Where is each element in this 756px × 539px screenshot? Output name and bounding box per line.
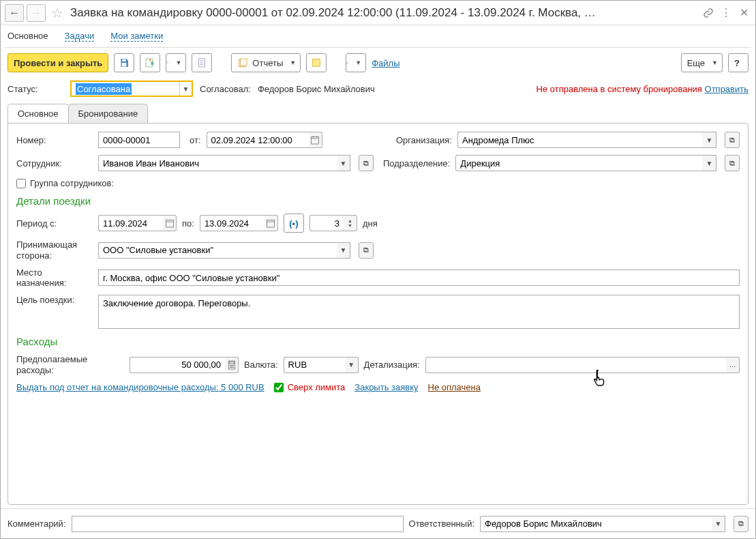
org-open-button[interactable]: ⧉ (725, 132, 740, 148)
dept-open-button[interactable]: ⧉ (725, 155, 740, 171)
destination-field[interactable] (103, 273, 735, 283)
window-title: Заявка на командировку 0000-00001 от 02.… (69, 6, 698, 20)
purpose-label: Цель поездки: (16, 295, 93, 305)
details-field[interactable] (430, 360, 722, 370)
est-amount-field[interactable] (134, 360, 221, 370)
approved-by-label: Согласовал: (200, 84, 251, 94)
period-to-label: по: (182, 218, 194, 229)
not-paid-link[interactable]: Не оплачена (428, 382, 481, 392)
close-icon[interactable]: ✕ (736, 5, 751, 20)
details-more-button[interactable]: … (726, 357, 740, 373)
chevron-down-icon: ▼ (287, 59, 299, 66)
attach-button[interactable]: ▼ (346, 53, 366, 72)
expenses-section-title: Расходы (16, 336, 740, 347)
more-button[interactable]: Еще ▼ (681, 53, 723, 72)
group-label: Группа сотрудников: (30, 178, 114, 188)
more-label: Еще (687, 58, 705, 68)
host-field[interactable] (103, 245, 333, 255)
svg-point-22 (230, 365, 230, 366)
days-label: дня (363, 218, 378, 229)
days-spinner[interactable]: ▲▼ (344, 215, 357, 231)
calendar-icon[interactable] (163, 215, 177, 231)
responsible-open-button[interactable]: ⧉ (734, 516, 749, 532)
responsible-field[interactable] (485, 519, 708, 529)
currency-label: Валюта: (244, 360, 278, 370)
nav-forward-button: → (27, 4, 46, 22)
calendar-icon[interactable] (309, 132, 322, 148)
reports-button[interactable]: Отчеты ▼ (231, 53, 301, 72)
svg-rect-16 (166, 220, 173, 227)
status-dropdown-button[interactable]: ▼ (179, 82, 192, 96)
org-dropdown-button[interactable]: ▼ (703, 132, 716, 148)
svg-rect-18 (267, 220, 275, 227)
svg-rect-10 (241, 59, 247, 66)
currency-dropdown-button[interactable]: ▼ (345, 357, 359, 373)
svg-rect-0 (123, 59, 126, 61)
save-button[interactable] (114, 53, 134, 72)
status-label: Статус: (7, 84, 63, 94)
number-label: Номер: (16, 135, 93, 145)
chevron-down-icon: ▼ (709, 59, 721, 66)
responsible-label: Ответственный: (409, 519, 474, 529)
close-request-link[interactable]: Закрыть заявку (354, 382, 418, 392)
purpose-field[interactable] (103, 298, 735, 325)
number-field[interactable] (103, 135, 175, 145)
sync-period-button[interactable]: (•) (284, 214, 304, 233)
svg-point-25 (230, 366, 230, 367)
advance-link[interactable]: Выдать под отчет на командировочные расх… (16, 382, 264, 392)
date-field[interactable] (211, 135, 305, 145)
period-from-field[interactable] (103, 218, 159, 229)
responsible-dropdown-button[interactable]: ▼ (712, 516, 725, 532)
nav-back-button[interactable]: ← (5, 4, 24, 22)
chevron-down-icon: ▼ (172, 59, 184, 66)
nav-link-notes[interactable]: Мои заметки (110, 31, 163, 42)
help-button[interactable]: ? (728, 53, 749, 72)
period-from-label: Период с: (16, 218, 93, 229)
currency-field[interactable] (288, 360, 341, 370)
document-button[interactable] (192, 53, 212, 72)
link-icon[interactable] (701, 5, 716, 20)
status-value[interactable]: Согласована (72, 83, 179, 96)
days-field[interactable] (314, 218, 339, 229)
calendar-icon[interactable] (264, 215, 278, 231)
svg-point-23 (231, 365, 232, 366)
group-checkbox[interactable] (16, 179, 26, 188)
favorite-star-icon[interactable]: ☆ (48, 4, 66, 22)
dept-label: Подразделение: (383, 158, 450, 169)
nav-link-main[interactable]: Основное (7, 31, 48, 42)
post-and-close-button[interactable]: Провести и закрыть (7, 53, 108, 72)
period-to-field[interactable] (205, 218, 260, 229)
note-button[interactable] (306, 53, 327, 72)
svg-point-26 (231, 366, 232, 367)
over-limit-row[interactable]: Сверх лимита (274, 382, 346, 392)
calculator-icon[interactable] (225, 357, 239, 373)
host-dropdown-button[interactable]: ▼ (337, 242, 350, 259)
send-link[interactable]: Отправить (705, 84, 749, 94)
post-button[interactable] (140, 53, 160, 72)
svg-point-24 (232, 365, 233, 366)
employee-field[interactable] (103, 158, 333, 169)
trip-section-title: Детали поездки (16, 195, 740, 207)
destination-label: Место назначения: (16, 267, 93, 288)
create-based-on-button[interactable]: ▼ (166, 53, 186, 72)
svg-point-27 (232, 366, 233, 367)
comment-field[interactable] (76, 519, 399, 529)
org-label: Организация: (396, 135, 452, 145)
over-limit-checkbox[interactable] (274, 383, 284, 392)
svg-rect-21 (229, 362, 234, 364)
dept-dropdown-button[interactable]: ▼ (703, 155, 716, 171)
svg-rect-1 (122, 63, 127, 66)
tab-booking[interactable]: Бронирование (68, 104, 149, 123)
host-label: Принимающая сторона: (16, 239, 93, 261)
nav-link-tasks[interactable]: Задачи (65, 31, 95, 42)
kebab-menu-icon[interactable]: ⋮ (719, 5, 734, 20)
employee-dropdown-button[interactable]: ▼ (337, 155, 350, 171)
tab-main[interactable]: Основное (7, 104, 69, 123)
employee-label: Сотрудник: (16, 158, 93, 169)
dept-field[interactable] (460, 158, 699, 169)
org-field[interactable] (462, 135, 699, 145)
files-link[interactable]: Файлы (372, 58, 399, 68)
host-open-button[interactable]: ⧉ (359, 242, 374, 259)
group-checkbox-row[interactable]: Группа сотрудников: (16, 178, 114, 188)
employee-open-button[interactable]: ⧉ (359, 155, 374, 171)
